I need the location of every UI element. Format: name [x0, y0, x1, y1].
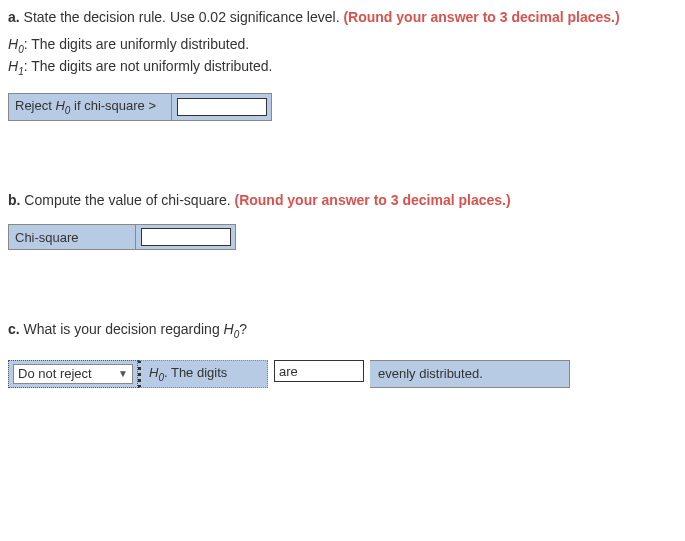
part-c-label: c. — [8, 321, 20, 337]
reject-label-cell: Reject H0 if chi-square > — [8, 93, 172, 121]
part-a-input-wrap — [172, 93, 272, 121]
part-b-input-wrap — [136, 224, 236, 250]
mid-post: . The digits — [164, 365, 227, 380]
part-c-q: ? — [239, 321, 247, 337]
part-b-red: (Round your answer to 3 decimal places.) — [234, 192, 510, 208]
reject-post: if chi-square > — [70, 98, 156, 113]
verb-value: are — [279, 364, 298, 379]
chi-critical-input[interactable] — [177, 98, 267, 116]
tail-text: evenly distributed. — [378, 366, 483, 381]
mid-text-cell: H0. The digits — [138, 360, 268, 388]
part-c-answer-row: Do not reject ▼ H0. The digits are evenl… — [8, 360, 677, 388]
part-a-label: a. — [8, 9, 20, 25]
verb-box[interactable]: are — [274, 360, 364, 382]
reject-pre: Reject — [15, 98, 55, 113]
part-c-prompt: c. What is your decision regarding H0? — [8, 320, 677, 342]
part-a-answer-row: Reject H0 if chi-square > — [8, 93, 677, 121]
chevron-down-icon: ▼ — [118, 368, 128, 379]
h0: H0: The digits are uniformly distributed… — [8, 34, 677, 57]
decision-select-wrap: Do not reject ▼ — [8, 360, 138, 388]
part-c: c. What is your decision regarding H0? D… — [8, 320, 677, 387]
h1-sym: H — [8, 58, 18, 74]
decision-select[interactable]: Do not reject ▼ — [13, 364, 133, 384]
part-c-sym: H — [224, 321, 234, 337]
part-c-text-pre: What is your decision regarding — [20, 321, 224, 337]
chi-square-label-cell: Chi-square — [8, 224, 136, 250]
part-b-prompt: b. Compute the value of chi-square. (Rou… — [8, 191, 677, 211]
mid-sym: H — [149, 365, 158, 380]
part-a-red: (Round your answer to 3 decimal places.) — [343, 9, 619, 25]
h1: H1: The digits are not uniformly distrib… — [8, 56, 677, 79]
part-a-text: State the decision rule. Use 0.02 signif… — [20, 9, 344, 25]
part-b-answer-row: Chi-square — [8, 224, 677, 250]
part-b-label: b. — [8, 192, 20, 208]
h0-sym: H — [8, 36, 18, 52]
tail-text-cell: evenly distributed. — [370, 360, 570, 388]
part-a-prompt: a. State the decision rule. Use 0.02 sig… — [8, 8, 677, 28]
h1-text: : The digits are not uniformly distribut… — [24, 58, 273, 74]
hypotheses: H0: The digits are uniformly distributed… — [8, 34, 677, 80]
decision-select-value: Do not reject — [18, 366, 92, 381]
reject-sym: H — [55, 98, 64, 113]
chi-square-input[interactable] — [141, 228, 231, 246]
part-b: b. Compute the value of chi-square. (Rou… — [8, 191, 677, 251]
chi-square-label: Chi-square — [15, 230, 79, 245]
part-a: a. State the decision rule. Use 0.02 sig… — [8, 8, 677, 121]
part-b-text: Compute the value of chi-square. — [20, 192, 234, 208]
h0-text: : The digits are uniformly distributed. — [24, 36, 249, 52]
